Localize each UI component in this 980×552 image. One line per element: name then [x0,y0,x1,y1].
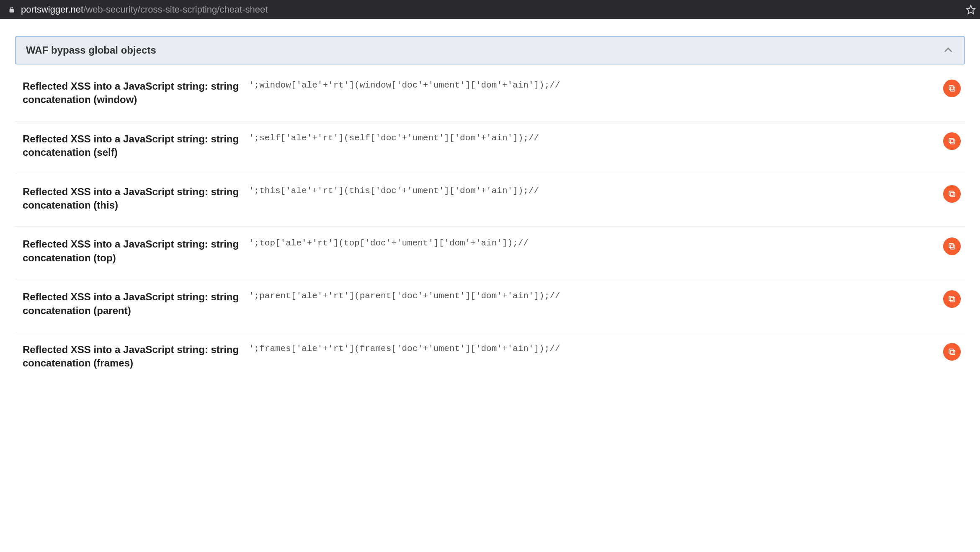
svg-rect-1 [951,87,955,91]
svg-rect-11 [951,351,955,355]
entry-row: Reflected XSS into a JavaScript string: … [15,174,965,227]
entry-code: ';top['ale'+'rt'](top['doc'+'ument']['do… [249,237,957,248]
copy-button[interactable] [943,290,961,308]
lock-icon [8,6,15,13]
browser-address-bar[interactable]: portswigger.net/web-security/cross-site-… [0,0,980,19]
svg-rect-2 [949,85,953,90]
chevron-up-icon [942,44,954,56]
copy-icon [948,190,956,198]
section-title: WAF bypass global objects [26,44,156,56]
entry-row: Reflected XSS into a JavaScript string: … [15,332,965,384]
entry-title: Reflected XSS into a JavaScript string: … [23,80,249,107]
url-path: /web-security/cross-site-scripting/cheat… [83,4,268,15]
entry-title: Reflected XSS into a JavaScript string: … [23,290,249,317]
url-text: portswigger.net/web-security/cross-site-… [21,4,268,15]
entry-title: Reflected XSS into a JavaScript string: … [23,343,249,370]
bookmark-star-icon[interactable] [966,5,976,15]
copy-icon [948,242,956,250]
svg-rect-7 [951,245,955,249]
copy-icon [948,348,956,356]
section-header[interactable]: WAF bypass global objects [15,36,965,64]
svg-rect-4 [949,138,953,142]
entry-code: ';self['ale'+'rt'](self['doc'+'ument']['… [249,132,957,143]
svg-rect-12 [949,349,953,353]
copy-button[interactable] [943,132,961,150]
url-domain: portswigger.net [21,4,83,15]
copy-button[interactable] [943,80,961,97]
entry-code: ';window['ale'+'rt'](window['doc'+'ument… [249,80,957,90]
copy-icon [948,137,956,145]
entry-title: Reflected XSS into a JavaScript string: … [23,237,249,265]
svg-rect-9 [951,298,955,302]
svg-rect-6 [949,191,953,195]
entry-code: ';parent['ale'+'rt'](parent['doc'+'ument… [249,290,957,301]
svg-rect-5 [951,192,955,196]
entries-list: Reflected XSS into a JavaScript string: … [15,69,965,384]
entry-code: ';frames['ale'+'rt'](frames['doc'+'ument… [249,343,957,353]
entry-code: ';this['ale'+'rt'](this['doc'+'ument']['… [249,185,957,196]
entry-title: Reflected XSS into a JavaScript string: … [23,132,249,160]
entry-row: Reflected XSS into a JavaScript string: … [15,69,965,121]
entry-row: Reflected XSS into a JavaScript string: … [15,227,965,279]
main-content: WAF bypass global objects Reflected XSS … [0,19,980,393]
copy-button[interactable] [943,237,961,255]
svg-rect-3 [951,139,955,144]
entry-row: Reflected XSS into a JavaScript string: … [15,279,965,332]
entry-title: Reflected XSS into a JavaScript string: … [23,185,249,212]
copy-icon [948,295,956,303]
svg-rect-8 [949,244,953,248]
copy-button[interactable] [943,185,961,203]
entry-row: Reflected XSS into a JavaScript string: … [15,121,965,174]
copy-button[interactable] [943,343,961,361]
copy-icon [948,84,956,93]
svg-marker-0 [967,5,975,14]
svg-rect-10 [949,296,953,300]
